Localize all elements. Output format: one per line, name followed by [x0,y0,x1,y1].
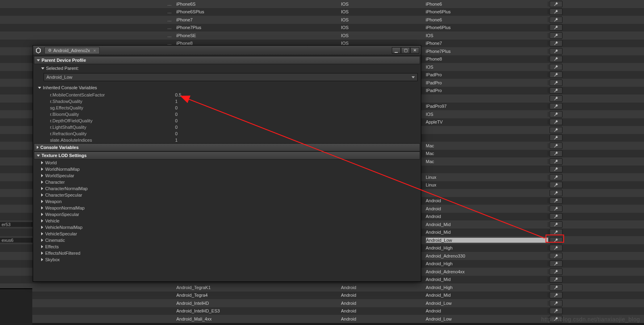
edit-profile-button[interactable] [550,134,562,141]
window-maximize-button[interactable]: ▢ [401,47,410,54]
edit-profile-button[interactable] [550,150,562,157]
edit-profile-button[interactable] [550,316,562,322]
table-row[interactable]: Android_IntelHDAndroidAndroid_Low [0,299,644,307]
cvar-name: r.LightShaftQuality [50,125,175,130]
edit-profile-button[interactable] [550,166,562,172]
selected-parent-dropdown[interactable]: Android_Low [44,73,418,81]
lod-group-row[interactable]: Weapon [34,198,420,205]
edit-profile-button[interactable] [550,32,562,39]
lod-group-row[interactable]: EffectsNotFiltered [34,250,420,256]
lod-group-row[interactable]: World [34,159,420,166]
lod-group-row[interactable]: WorldSpecular [34,172,420,179]
edit-profile-button[interactable] [550,190,562,196]
edit-profile-button[interactable] [550,268,562,275]
edit-profile-button[interactable] [550,221,562,228]
tab-close-icon[interactable]: × [93,48,96,53]
edit-profile-button[interactable] [550,158,562,165]
window-minimize-button[interactable]: ▁ [392,47,401,54]
table-row[interactable]: Android_TegraK1AndroidAndroid_High [0,283,644,291]
table-row[interactable]: …iPhone6SPlusIOSiPhone6Plus [0,8,644,16]
table-row[interactable]: …iPhoneSEIOSIOS [0,31,644,40]
edit-profile-button[interactable] [550,143,562,149]
lod-group-row[interactable]: VehicleSpecular [34,231,420,237]
table-row[interactable]: …iPhone6SIOSiPhone6 [0,0,644,8]
edit-profile-button[interactable] [550,48,562,55]
edit-profile-button[interactable] [550,213,562,220]
edit-profile-button[interactable] [550,17,562,23]
edit-profile-button[interactable] [550,308,562,314]
edit-profile-button[interactable] [550,71,562,78]
edit-profile-button[interactable] [550,260,562,267]
table-row[interactable]: Android_Tegra4AndroidAndroid_Mid [0,291,644,300]
edit-profile-button[interactable] [550,300,562,306]
edit-profile-button[interactable] [550,237,562,243]
row-ellipsis[interactable]: … [165,9,174,14]
edit-profile-button[interactable] [550,87,562,94]
row-ellipsis[interactable]: … [165,33,174,38]
section-parent-device-profile[interactable]: Parent Device Profile [34,56,420,64]
edit-profile-button[interactable] [550,197,562,204]
expand-icon [41,252,43,255]
lod-group-row[interactable]: WorldNormalMap [34,166,420,172]
row-ellipsis[interactable]: … [165,17,174,22]
window-titlebar[interactable]: ⚙ Android_Adreno2x × ▁ ▢ ✕ [33,46,421,55]
row-ellipsis[interactable]: … [165,2,174,6]
cvar-name: r.RefractionQuality [50,131,175,136]
lod-group-row[interactable]: WeaponSpecular [34,211,420,218]
edit-profile-button[interactable] [550,119,562,125]
cvar-value: 0 [175,131,178,136]
lod-group-row[interactable]: Vehicle [34,218,420,224]
cvar-name: r.ShadowQuality [50,99,175,104]
edit-profile-button[interactable] [550,64,562,70]
table-row[interactable]: Android_IntelHD_ES3AndroidAndroid [0,307,644,315]
expand-icon [41,219,43,222]
edit-profile-button[interactable] [550,40,562,46]
base-profile-cell: Android_Low [426,301,548,306]
section-texture-lod[interactable]: Texture LOD Settings [34,151,420,159]
edit-profile-button[interactable] [550,103,562,109]
edit-profile-button[interactable] [550,56,562,62]
lod-group-name: VehicleNormalMap [45,225,82,230]
platform-cell: Android [341,308,426,313]
base-profile-cell: Android [426,214,548,219]
edit-profile-button[interactable] [550,24,562,31]
lod-group-row[interactable]: Cinematic [34,237,420,243]
table-row[interactable]: Android_Mali_4xxAndroidAndroid_Low [0,315,644,323]
device-name-cell: Android_TegraK1 [174,285,341,290]
lod-group-row[interactable]: CharacterSpecular [34,192,420,198]
row-ellipsis[interactable]: … [165,25,174,30]
edit-profile-button[interactable] [550,80,562,86]
edit-profile-button[interactable] [550,245,562,251]
edit-profile-button[interactable] [550,127,562,133]
base-profile-cell: Android [426,308,548,313]
edit-profile-button[interactable] [550,205,562,212]
lod-group-row[interactable]: Effects [34,243,420,250]
edit-profile-button[interactable] [550,229,562,235]
lod-group-row[interactable]: VehicleNormalMap [34,224,420,231]
edit-profile-button[interactable] [550,253,562,259]
cvar-name: sg.EffectsQuality [50,105,175,110]
window-close-button[interactable]: ✕ [410,47,419,54]
selected-parent-label[interactable]: Selected Parent: [34,64,420,72]
cvar-name: r.DepthOfFieldQuality [50,118,175,123]
lod-group-row[interactable]: Skybox [34,256,420,263]
lod-group-row[interactable]: WeaponNormalMap [34,205,420,211]
lod-group-name: Cinematic [45,238,65,243]
lod-group-row[interactable]: Character [34,179,420,185]
lod-group-row[interactable]: CharacterNormalMap [34,185,420,192]
edit-profile-button[interactable] [550,95,562,102]
edit-profile-button[interactable] [550,1,562,7]
edit-profile-button[interactable] [550,284,562,291]
edit-profile-button[interactable] [550,174,562,180]
section-inherited-cvars[interactable]: Inherited Console Variables [34,84,420,92]
edit-profile-button[interactable] [550,292,562,298]
edit-profile-button[interactable] [550,8,562,15]
edit-profile-button[interactable] [550,182,562,188]
edit-profile-button[interactable] [550,111,562,117]
edit-profile-button[interactable] [550,276,562,283]
table-row[interactable]: …iPhone7PlusIOSiPhone6Plus [0,24,644,32]
cvar-row: sg.EffectsQuality0 [34,105,420,111]
editor-tab[interactable]: ⚙ Android_Adreno2x × [44,47,100,54]
table-row[interactable]: …iPhone7IOSiPhone6 [0,16,644,24]
section-console-variables[interactable]: Console Variables [34,143,420,151]
